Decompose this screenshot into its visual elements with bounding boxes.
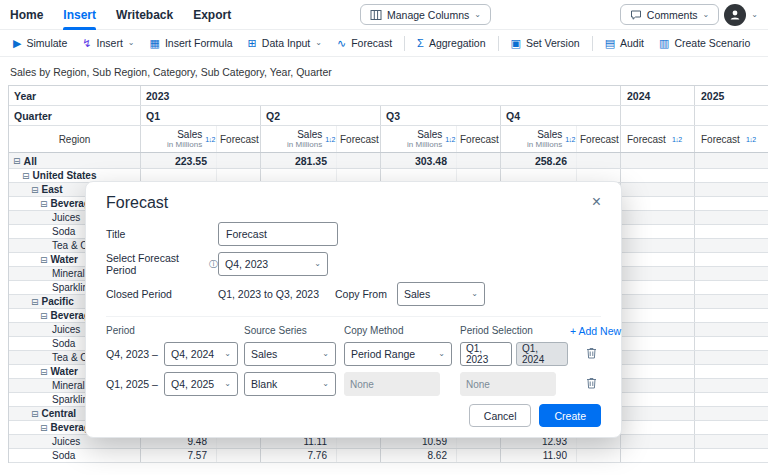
- forecast-2025-cell[interactable]: [695, 323, 768, 336]
- insert-formula-button[interactable]: ▦Insert Formula: [143, 32, 240, 55]
- tab-insert[interactable]: Insert: [63, 0, 96, 30]
- period-selection-field[interactable]: Q1, 2023: [460, 342, 512, 366]
- sales-cell[interactable]: 7.76: [261, 449, 337, 462]
- forecast-2024-cell[interactable]: [621, 421, 695, 434]
- region-cell[interactable]: ⊟ All: [9, 153, 141, 168]
- sales-cell[interactable]: 258.26: [501, 153, 577, 168]
- source-series-select[interactable]: Sales⌄: [244, 342, 336, 366]
- collapse-icon[interactable]: ⊟: [40, 255, 48, 265]
- copy-from-select[interactable]: Sales⌄: [397, 282, 485, 306]
- data-input-button[interactable]: ⊞Data Input⌄: [241, 32, 329, 55]
- forecast-cell[interactable]: [337, 153, 381, 168]
- collapse-icon[interactable]: ⊟: [40, 311, 48, 321]
- forecast-2024-cell[interactable]: [621, 449, 695, 462]
- close-icon[interactable]: ×: [592, 194, 601, 210]
- forecast-2024-cell[interactable]: [621, 365, 695, 378]
- forecast-cell[interactable]: [217, 449, 261, 462]
- sort-icon[interactable]: 1↓2: [325, 136, 335, 143]
- cancel-button[interactable]: Cancel: [469, 404, 532, 427]
- forecast-2025-cell[interactable]: [695, 379, 768, 392]
- forecast-2025-cell[interactable]: [695, 407, 768, 420]
- insert-button[interactable]: ↯Insert⌄: [75, 32, 141, 55]
- sort-icon[interactable]: 1↓2: [672, 136, 682, 143]
- sort-icon[interactable]: 1↓2: [205, 136, 215, 143]
- audit-button[interactable]: ▤Audit: [598, 32, 651, 55]
- trash-icon[interactable]: [586, 377, 597, 392]
- forecast-2024-cell[interactable]: [621, 211, 695, 224]
- add-new-button[interactable]: + Add New: [570, 325, 621, 337]
- forecast-2024-cell[interactable]: [621, 351, 695, 364]
- sales-header[interactable]: Salesin Millions 1↓2: [501, 126, 577, 152]
- forecast-2025-cell[interactable]: [695, 253, 768, 266]
- sales-cell[interactable]: 303.48: [381, 153, 457, 168]
- forecast-2025-cell[interactable]: [695, 281, 768, 294]
- forecast-2025-cell[interactable]: [695, 421, 768, 434]
- forecast-button[interactable]: ∿Forecast: [330, 32, 399, 55]
- create-button[interactable]: Create: [539, 404, 601, 427]
- simulate-button[interactable]: ▶Simulate: [6, 32, 74, 55]
- forecast-2025-cell[interactable]: [695, 365, 768, 378]
- tab-writeback[interactable]: Writeback: [116, 0, 173, 30]
- forecast-2025-cell[interactable]: [695, 153, 768, 168]
- sales-header[interactable]: Salesin Millions 1↓2: [381, 126, 457, 152]
- collapse-icon[interactable]: ⊟: [31, 297, 39, 307]
- forecast-cell[interactable]: [217, 153, 261, 168]
- comments-button[interactable]: Comments ⌄: [620, 4, 719, 25]
- forecast-2025-cell[interactable]: [695, 211, 768, 224]
- forecast-2024-cell[interactable]: [621, 379, 695, 392]
- info-icon[interactable]: ⓘ: [209, 258, 218, 271]
- period-selection-field[interactable]: Q1, 2024: [516, 342, 568, 366]
- forecast-2024-cell[interactable]: [621, 281, 695, 294]
- manage-columns-button[interactable]: Manage Columns ⌄: [360, 4, 491, 25]
- create-scenario-button[interactable]: ▥Create Scenario: [652, 32, 757, 55]
- aggregation-button[interactable]: ΣAggregation: [410, 32, 492, 55]
- forecast-2024-cell[interactable]: [621, 197, 695, 210]
- copy-method-select[interactable]: Period Range⌄: [344, 342, 452, 366]
- forecast-2025-cell[interactable]: [695, 309, 768, 322]
- sales-cell[interactable]: 7.57: [141, 449, 217, 462]
- forecast-2024-cell[interactable]: [621, 435, 695, 448]
- forecast-2025-cell[interactable]: [695, 239, 768, 252]
- collapse-icon[interactable]: ⊟: [13, 156, 21, 166]
- set-version-button[interactable]: ▣Set Version: [504, 32, 587, 55]
- period-to-select[interactable]: Q4, 2024⌄: [164, 342, 238, 366]
- sales-cell[interactable]: 11.90: [501, 449, 577, 462]
- forecast-2024-cell[interactable]: [621, 239, 695, 252]
- collapse-icon[interactable]: ⊟: [40, 423, 48, 433]
- forecast-2025-cell[interactable]: [695, 267, 768, 280]
- source-series-select[interactable]: Blank⌄: [244, 372, 336, 396]
- forecast-2025-cell[interactable]: [695, 449, 768, 462]
- forecast-2025-cell[interactable]: [695, 337, 768, 350]
- forecast-2024-cell[interactable]: [621, 183, 695, 196]
- collapse-icon[interactable]: ⊟: [40, 367, 48, 377]
- sort-icon[interactable]: 1↓2: [445, 136, 455, 143]
- collapse-icon[interactable]: ⊟: [22, 171, 30, 181]
- forecast-2025-cell[interactable]: [695, 169, 768, 182]
- forecast-2024-cell[interactable]: [621, 225, 695, 238]
- title-input[interactable]: [218, 222, 338, 246]
- sales-header[interactable]: Salesin Millions 1↓2: [261, 126, 337, 152]
- sales-cell[interactable]: 8.62: [381, 449, 457, 462]
- collapse-icon[interactable]: ⊟: [40, 199, 48, 209]
- collapse-icon[interactable]: ⊟: [31, 185, 39, 195]
- forecast-2025-cell[interactable]: [695, 295, 768, 308]
- forecast-2024-cell[interactable]: [621, 253, 695, 266]
- forecast-2025-cell[interactable]: [695, 183, 768, 196]
- forecast-2024-cell[interactable]: [621, 393, 695, 406]
- table-row[interactable]: ⊟ All 223.55 281.35 303.48 258.26: [9, 153, 768, 169]
- forecast-2024-cell[interactable]: [621, 407, 695, 420]
- sort-icon[interactable]: 1↓2: [565, 136, 575, 143]
- forecast-2024-cell[interactable]: [621, 267, 695, 280]
- forecast-cell[interactable]: [457, 449, 501, 462]
- forecast-2025-cell[interactable]: [695, 435, 768, 448]
- forecast-2024-cell[interactable]: [621, 323, 695, 336]
- period-to-select[interactable]: Q4, 2025⌄: [164, 372, 238, 396]
- forecast-cell[interactable]: [337, 449, 381, 462]
- sort-icon[interactable]: 1↓2: [746, 136, 756, 143]
- forecast-2024-cell[interactable]: [621, 309, 695, 322]
- sales-header[interactable]: Salesin Millions 1↓2: [141, 126, 217, 152]
- forecast-cell[interactable]: [457, 153, 501, 168]
- table-row[interactable]: Soda 7.57 7.76 8.62 11.90: [9, 449, 768, 463]
- forecast-2024-cell[interactable]: [621, 337, 695, 350]
- tab-export[interactable]: Export: [193, 0, 231, 30]
